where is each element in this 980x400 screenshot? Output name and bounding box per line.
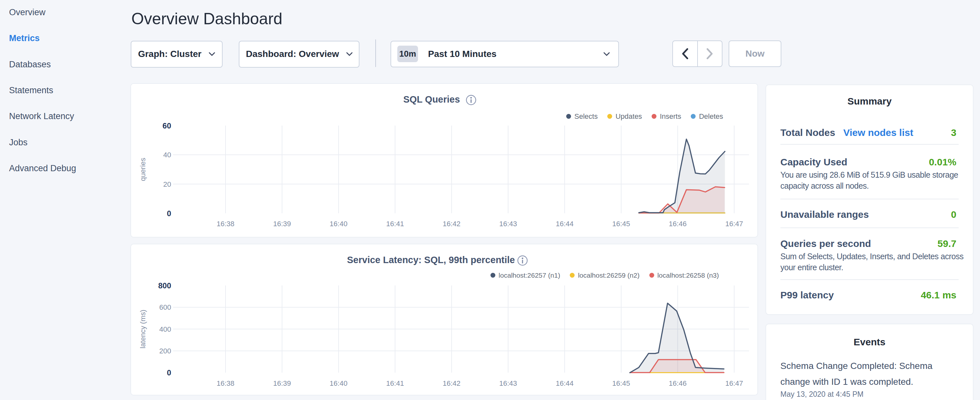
svg-text:16:39: 16:39 [273, 379, 291, 387]
svg-text:16:43: 16:43 [499, 379, 517, 387]
svg-text:queries: queries [139, 158, 147, 181]
svg-text:16:46: 16:46 [669, 220, 687, 228]
svg-text:16:42: 16:42 [442, 220, 460, 228]
svg-text:800: 800 [158, 281, 171, 290]
svg-text:16:38: 16:38 [216, 220, 234, 228]
svg-text:16:39: 16:39 [273, 220, 291, 228]
svg-text:16:40: 16:40 [330, 220, 347, 228]
svg-text:16:38: 16:38 [216, 379, 234, 387]
svg-text:16:45: 16:45 [612, 379, 630, 387]
svg-text:16:40: 16:40 [330, 379, 347, 387]
svg-text:16:45: 16:45 [612, 220, 630, 228]
svg-text:16:46: 16:46 [669, 379, 687, 387]
svg-text:16:41: 16:41 [386, 379, 404, 387]
svg-text:20: 20 [163, 180, 171, 188]
svg-text:200: 200 [159, 347, 171, 355]
svg-text:16:42: 16:42 [442, 379, 460, 387]
svg-text:16:44: 16:44 [556, 220, 574, 228]
svg-text:0: 0 [167, 209, 171, 218]
svg-text:60: 60 [162, 121, 171, 130]
svg-text:400: 400 [159, 325, 171, 333]
svg-text:16:47: 16:47 [725, 220, 743, 228]
svg-text:600: 600 [159, 303, 171, 311]
svg-text:16:41: 16:41 [386, 220, 404, 228]
svg-text:40: 40 [163, 151, 171, 159]
svg-text:0: 0 [167, 368, 171, 377]
svg-text:16:43: 16:43 [499, 220, 517, 228]
svg-text:16:47: 16:47 [725, 379, 743, 387]
svg-text:latency (ms): latency (ms) [139, 310, 147, 349]
svg-text:16:44: 16:44 [556, 379, 574, 387]
